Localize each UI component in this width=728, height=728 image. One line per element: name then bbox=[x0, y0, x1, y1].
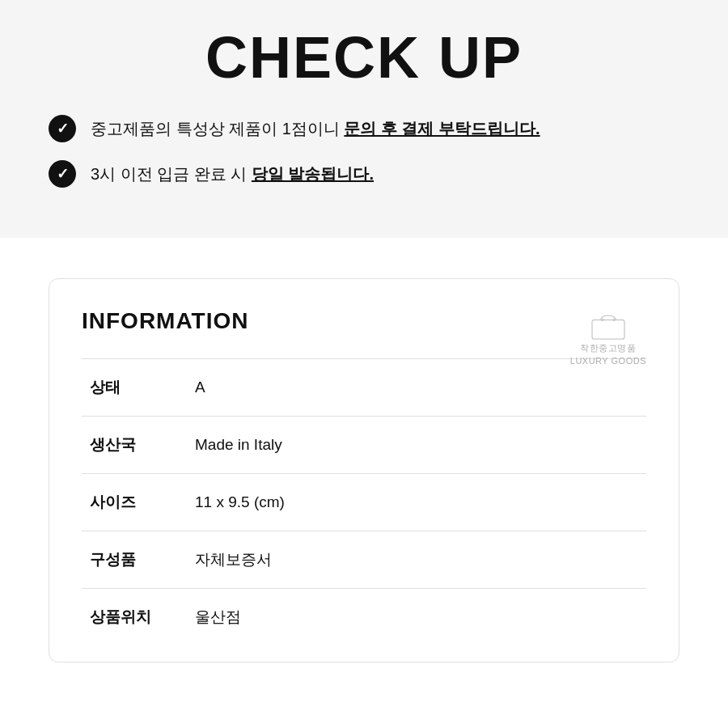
information-section: INFORMATION 착한중고명품 LUXURY GOODS 상태A생산국Ma… bbox=[0, 238, 728, 695]
info-value-2: 11 x 9.5 (cm) bbox=[187, 474, 646, 531]
svg-point-1 bbox=[601, 319, 604, 322]
brand-logo-icon bbox=[587, 308, 629, 341]
info-label-3: 구성품 bbox=[82, 531, 187, 589]
checklist-text-1: 중고제품의 특성상 제품이 1점이니 문의 후 결제 부탁드립니다. bbox=[91, 116, 540, 141]
info-table-row: 상품위치울산점 bbox=[82, 589, 646, 646]
brand-logo-sub-text: LUXURY GOODS bbox=[570, 356, 646, 366]
brand-logo: 착한중고명품 LUXURY GOODS bbox=[570, 308, 646, 366]
info-table-row: 생산국Made in Italy bbox=[82, 417, 646, 474]
check-icon-2 bbox=[49, 160, 76, 188]
info-table-row: 상태A bbox=[82, 359, 646, 417]
page-title: CHECK UP bbox=[49, 16, 679, 115]
info-value-4: 울산점 bbox=[187, 589, 646, 646]
info-table: 상태A생산국Made in Italy사이즈11 x 9.5 (cm)구성품자체… bbox=[82, 358, 646, 645]
checklist-text-2: 3시 이전 입금 완료 시 당일 발송됩니다. bbox=[91, 162, 374, 186]
info-label-2: 사이즈 bbox=[82, 474, 187, 531]
check-icon-1 bbox=[49, 115, 76, 142]
info-value-3: 자체보증서 bbox=[187, 531, 646, 589]
info-table-row: 사이즈11 x 9.5 (cm) bbox=[82, 474, 646, 531]
info-value-1: Made in Italy bbox=[187, 417, 646, 474]
checklist-highlight-2: 당일 발송됩니다. bbox=[252, 165, 374, 183]
info-value-0: A bbox=[187, 359, 646, 417]
checklist-highlight-1: 문의 후 결제 부탁드립니다. bbox=[344, 120, 540, 138]
brand-logo-main-text: 착한중고명품 bbox=[580, 342, 636, 354]
info-label-4: 상품위치 bbox=[82, 589, 187, 646]
checklist-item-1: 중고제품의 특성상 제품이 1점이니 문의 후 결제 부탁드립니다. bbox=[49, 115, 679, 142]
info-label-0: 상태 bbox=[82, 359, 187, 417]
svg-point-2 bbox=[612, 319, 616, 322]
info-label-1: 생산국 bbox=[82, 417, 187, 474]
checklist-item-2: 3시 이전 입금 완료 시 당일 발송됩니다. bbox=[49, 160, 679, 188]
info-table-row: 구성품자체보증서 bbox=[82, 531, 646, 589]
svg-rect-0 bbox=[592, 320, 624, 340]
header-section: CHECK UP 중고제품의 특성상 제품이 1점이니 문의 후 결제 부탁드립… bbox=[0, 0, 728, 238]
checklist: 중고제품의 특성상 제품이 1점이니 문의 후 결제 부탁드립니다. 3시 이전… bbox=[49, 115, 679, 188]
info-title: INFORMATION bbox=[82, 308, 646, 334]
info-card: INFORMATION 착한중고명품 LUXURY GOODS 상태A생산국Ma… bbox=[49, 278, 679, 662]
